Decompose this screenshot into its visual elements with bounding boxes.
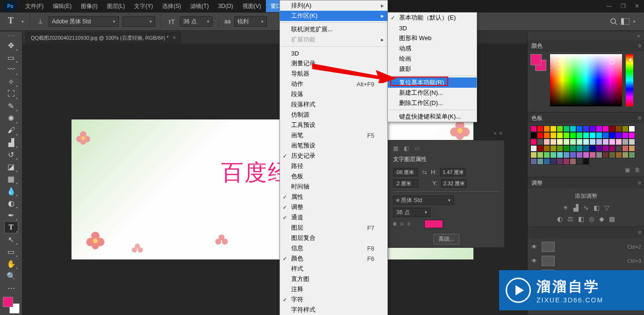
window-minimize[interactable]: — bbox=[602, 0, 616, 12]
dodge-tool[interactable]: ◐ bbox=[4, 197, 18, 209]
menu-item[interactable]: 删除工作区(D)... bbox=[388, 98, 477, 108]
menu-item[interactable]: 导航器 bbox=[280, 69, 387, 79]
swatch[interactable] bbox=[544, 152, 550, 158]
swatch[interactable] bbox=[563, 158, 570, 165]
align-center-icon[interactable]: ≡ bbox=[400, 221, 403, 227]
menu-item[interactable]: 段落样式 bbox=[280, 99, 387, 110]
props-icon[interactable]: ◧ bbox=[404, 145, 409, 152]
swatch[interactable] bbox=[530, 152, 537, 158]
visibility-icon[interactable]: 👁 bbox=[530, 244, 538, 250]
menu-item[interactable]: 绘画 bbox=[388, 54, 477, 64]
swatch[interactable] bbox=[576, 132, 583, 139]
menu-item[interactable]: 工具预设 bbox=[280, 120, 387, 130]
menu-item[interactable]: 图层复合 bbox=[280, 233, 387, 243]
swatch[interactable] bbox=[602, 126, 609, 132]
stamp-tool[interactable]: ▟ bbox=[4, 136, 18, 148]
swatch[interactable] bbox=[563, 139, 570, 145]
char-size-dropdown[interactable]: 36 点▾ bbox=[393, 208, 430, 217]
swatch[interactable] bbox=[583, 139, 589, 145]
menu-item[interactable]: ✓调整 bbox=[280, 202, 387, 212]
hue-slider[interactable] bbox=[626, 54, 633, 106]
menu-item[interactable]: ✓基本功能（默认）(E) bbox=[388, 13, 477, 23]
menu-item[interactable]: ✓通道 bbox=[280, 212, 387, 223]
swatch[interactable] bbox=[622, 139, 629, 145]
move-tool[interactable]: ✥ bbox=[4, 39, 18, 51]
menu-item[interactable]: ✓颜色F6 bbox=[280, 253, 387, 264]
swatch[interactable] bbox=[544, 145, 550, 152]
menu-item[interactable]: 段落 bbox=[280, 89, 387, 99]
swatch[interactable] bbox=[615, 126, 622, 132]
menu-item[interactable]: 键盘快捷键和菜单(K)... bbox=[388, 112, 477, 122]
swatch[interactable] bbox=[609, 145, 615, 152]
swatch[interactable] bbox=[550, 158, 557, 165]
color-spectrum[interactable] bbox=[550, 54, 622, 106]
menu-item[interactable]: 注释 bbox=[280, 284, 387, 294]
bw-icon[interactable]: ◧ bbox=[578, 215, 584, 223]
menu-item[interactable]: ✓历史记录 bbox=[280, 151, 387, 161]
x-field[interactable] bbox=[393, 179, 418, 188]
props-icon[interactable]: ▭ bbox=[415, 145, 420, 152]
menu-item[interactable]: ✓字符 bbox=[280, 294, 387, 305]
photo-filter-icon[interactable]: ◎ bbox=[589, 215, 594, 223]
swatch[interactable] bbox=[530, 145, 537, 152]
swatch[interactable] bbox=[550, 139, 557, 145]
color-tab[interactable]: 颜色 bbox=[531, 42, 543, 50]
menu-3d[interactable]: 3D(D) bbox=[214, 0, 238, 12]
swatch[interactable] bbox=[622, 126, 629, 132]
menu-item[interactable]: 样式 bbox=[280, 264, 387, 274]
swatches-tab[interactable]: 色板 bbox=[531, 114, 543, 122]
menu-item[interactable]: 直方图 bbox=[280, 274, 387, 284]
blur-tool[interactable]: 💧 bbox=[4, 185, 18, 197]
menu-item[interactable]: 联机浏览扩展... bbox=[280, 24, 387, 35]
swatch[interactable] bbox=[530, 158, 537, 165]
panel-menu-icon[interactable]: ≡ bbox=[638, 229, 641, 236]
menu-item[interactable]: 画笔预设 bbox=[280, 140, 387, 151]
foreground-color[interactable] bbox=[3, 297, 13, 307]
swatch[interactable] bbox=[602, 139, 609, 145]
swatch[interactable] bbox=[530, 132, 537, 139]
link-icon[interactable]: ⇆ bbox=[422, 169, 427, 176]
panel-collapse-icon[interactable]: « bbox=[494, 130, 496, 136]
menu-item[interactable]: 动感 bbox=[388, 43, 477, 54]
workspace-switch-icon[interactable] bbox=[621, 18, 630, 25]
brush-tool[interactable]: 🖌 bbox=[4, 124, 18, 136]
swatch[interactable] bbox=[589, 145, 596, 152]
menu-item[interactable]: 字符样式 bbox=[280, 305, 387, 315]
panel-menu-icon[interactable]: ≡ bbox=[500, 130, 502, 136]
swatch[interactable] bbox=[570, 139, 576, 145]
swatch[interactable] bbox=[629, 145, 635, 152]
swatch[interactable] bbox=[589, 139, 596, 145]
menu-文件[interactable]: 文件(F) bbox=[21, 0, 48, 12]
menu-item[interactable]: 复位基本功能(R) bbox=[388, 77, 477, 88]
visibility-icon[interactable]: 👁 bbox=[530, 258, 538, 264]
menu-item[interactable]: ✓属性 bbox=[280, 192, 387, 202]
swatch[interactable] bbox=[609, 152, 615, 158]
swatch[interactable] bbox=[615, 145, 622, 152]
swatch[interactable] bbox=[583, 152, 589, 158]
menu-文字[interactable]: 文字(Y) bbox=[129, 0, 157, 12]
edit-toolbar[interactable]: ⋯ bbox=[4, 282, 18, 294]
swatch[interactable] bbox=[563, 132, 570, 139]
eraser-tool[interactable]: ◪ bbox=[4, 161, 18, 173]
menu-视图[interactable]: 视图(V) bbox=[238, 0, 266, 12]
antialias-dropdown[interactable]: 锐利▾ bbox=[234, 16, 267, 27]
panel-collapse-icon[interactable]: « bbox=[637, 33, 640, 39]
swatch[interactable] bbox=[563, 126, 570, 132]
menu-item[interactable]: 测量记录 bbox=[280, 58, 387, 69]
vibrance-icon[interactable]: ▽ bbox=[604, 204, 609, 211]
lasso-tool[interactable]: 〰 bbox=[4, 63, 18, 76]
menu-item[interactable]: 时间轴 bbox=[280, 182, 387, 192]
font-family-dropdown[interactable]: Adobe 黑体 Std▾ bbox=[49, 16, 119, 27]
swatch[interactable] bbox=[550, 132, 557, 139]
swatch[interactable] bbox=[544, 158, 550, 165]
swatch[interactable] bbox=[589, 126, 596, 132]
magic-wand-tool[interactable]: ✧ bbox=[4, 76, 18, 88]
panel-menu-icon[interactable]: ≡ bbox=[638, 115, 641, 121]
menu-图层[interactable]: 图层(L) bbox=[102, 0, 130, 12]
panel-menu-icon[interactable]: ≡ bbox=[638, 42, 641, 49]
levels-icon[interactable]: ▟ bbox=[573, 204, 579, 211]
menu-图像[interactable]: 图像(I) bbox=[76, 0, 102, 12]
swatch[interactable] bbox=[557, 126, 563, 132]
swatch[interactable] bbox=[550, 152, 557, 158]
height-field[interactable] bbox=[440, 168, 465, 176]
